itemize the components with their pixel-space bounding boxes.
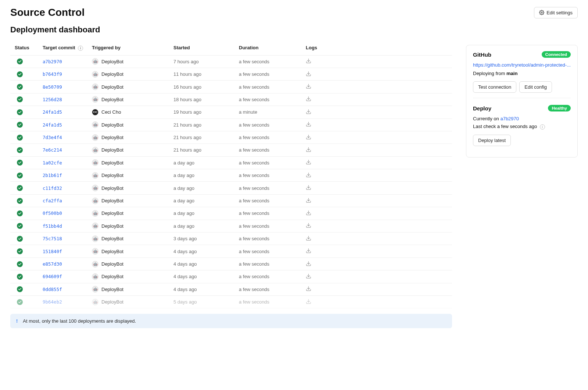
table-row: 9b64eb2🤖DeployBot5 days agoa few seconds — [10, 296, 452, 308]
download-icon[interactable] — [306, 135, 311, 141]
commit-link[interactable]: 1a02cfe — [43, 160, 62, 166]
avatar: 🤖 — [92, 147, 98, 153]
commit-link[interactable]: 151840f — [43, 249, 62, 254]
download-icon[interactable] — [306, 287, 311, 292]
table-row: 24fa1d5🤖DeployBot21 hours agoa few secon… — [10, 119, 452, 131]
status-success-icon — [17, 160, 23, 166]
commit-link[interactable]: 7e6c214 — [43, 147, 62, 153]
page-title: Source Control — [10, 7, 85, 18]
status-success-icon — [17, 122, 23, 128]
github-repo-link[interactable]: https://github.com/tryretool/admin-prote… — [473, 62, 571, 68]
avatar: 🤖 — [92, 223, 98, 229]
triggered-by-name: DeployBot — [101, 210, 123, 216]
col-header-status: Status — [10, 45, 43, 51]
download-icon[interactable] — [306, 160, 311, 166]
commit-link[interactable]: e857d30 — [43, 261, 62, 267]
download-icon[interactable] — [306, 72, 311, 78]
download-icon[interactable] — [306, 224, 311, 229]
triggered-by-name: DeployBot — [101, 59, 123, 64]
started-time: a day ago — [173, 173, 239, 178]
col-header-logs: Logs — [306, 45, 452, 51]
commit-link[interactable]: cfa2ffa — [43, 198, 62, 203]
download-icon[interactable] — [306, 300, 311, 305]
commit-link[interactable]: 2b1b61f — [43, 173, 62, 178]
commit-link[interactable]: 1256d28 — [43, 97, 62, 102]
download-icon[interactable] — [306, 249, 311, 255]
deploy-latest-button[interactable]: Deploy latest — [473, 135, 511, 146]
status-success-icon — [17, 135, 23, 141]
download-icon[interactable] — [306, 85, 311, 90]
commit-link[interactable]: b7643f9 — [43, 71, 62, 77]
duration-text: a few seconds — [239, 122, 306, 128]
col-header-commit: Target commit i — [43, 45, 92, 51]
github-card-title: GitHub — [473, 52, 491, 58]
started-time: 4 days ago — [173, 261, 239, 267]
table-row: 151840f🤖DeployBot4 days agoa few seconds — [10, 245, 452, 258]
download-icon[interactable] — [306, 173, 311, 179]
triggered-by-name: DeployBot — [101, 249, 123, 254]
download-icon[interactable] — [306, 123, 311, 128]
status-success-icon — [17, 109, 23, 115]
commit-link[interactable]: 0f500b0 — [43, 210, 62, 216]
commit-link[interactable]: 24fa1d5 — [43, 109, 62, 115]
avatar: 🤖 — [92, 299, 98, 305]
download-icon[interactable] — [306, 211, 311, 217]
commit-link[interactable]: a7b2970 — [43, 59, 62, 64]
commit-link[interactable]: 9b64eb2 — [43, 299, 62, 305]
table-row: 1a02cfe🤖DeployBota day agoa few seconds — [10, 157, 452, 169]
current-commit-link[interactable]: a7b2970 — [500, 116, 519, 121]
download-icon[interactable] — [306, 274, 311, 280]
table-row: 694609f🤖DeployBot4 days agoa few seconds — [10, 270, 452, 283]
duration-text: a few seconds — [239, 173, 306, 178]
duration-text: a few seconds — [239, 135, 306, 140]
commit-link[interactable]: 24fa1d5 — [43, 122, 62, 128]
duration-text: a few seconds — [239, 223, 306, 229]
started-time: 16 hours ago — [173, 84, 239, 90]
started-time: 4 days ago — [173, 287, 239, 292]
triggered-by-name: DeployBot — [101, 299, 123, 305]
download-icon[interactable] — [306, 110, 311, 116]
commit-link[interactable]: 8e50709 — [43, 84, 62, 90]
commit-link[interactable]: 75c7518 — [43, 236, 62, 241]
col-header-duration: Duration — [239, 45, 306, 51]
download-icon[interactable] — [306, 199, 311, 204]
started-time: 3 days ago — [173, 236, 239, 241]
status-success-icon — [17, 185, 23, 191]
avatar: 🤖 — [92, 96, 98, 103]
commit-link[interactable]: 7d3e4f4 — [43, 135, 62, 140]
commit-link[interactable]: 0dd855f — [43, 287, 62, 292]
avatar: CC — [92, 109, 98, 116]
edit-config-button[interactable]: Edit config — [519, 81, 552, 93]
avatar: 🤖 — [92, 121, 98, 128]
deploy-card-title: Deploy — [473, 105, 491, 111]
download-icon[interactable] — [306, 262, 311, 267]
edit-settings-button[interactable]: Edit settings — [534, 7, 578, 18]
download-icon[interactable] — [306, 148, 311, 153]
status-success-icon — [17, 286, 23, 292]
download-icon[interactable] — [306, 237, 311, 242]
triggered-by-name: DeployBot — [101, 135, 123, 140]
avatar: 🤖 — [92, 134, 98, 141]
commit-link[interactable]: f51bb4d — [43, 223, 62, 229]
triggered-by-name: DeployBot — [101, 173, 123, 178]
commit-link[interactable]: c11fd32 — [43, 185, 62, 191]
info-icon[interactable]: i — [78, 46, 83, 51]
duration-text: a few seconds — [239, 236, 306, 241]
duration-text: a few seconds — [239, 287, 306, 292]
table-row: 7d3e4f4🤖DeployBot21 hours agoa few secon… — [10, 131, 452, 144]
info-icon[interactable]: i — [540, 124, 545, 130]
avatar: 🤖 — [92, 210, 98, 217]
test-connection-button[interactable]: Test connection — [473, 81, 516, 93]
status-badge: Connected — [542, 51, 571, 58]
col-header-trigger: Triggered by — [92, 45, 173, 51]
commit-link[interactable]: 694609f — [43, 274, 62, 279]
gear-icon — [539, 10, 544, 15]
download-icon[interactable] — [306, 59, 311, 65]
download-icon[interactable] — [306, 186, 311, 191]
triggered-by-name: DeployBot — [101, 287, 123, 292]
duration-text: a few seconds — [239, 84, 306, 90]
duration-text: a few seconds — [239, 160, 306, 166]
avatar: 🤖 — [92, 198, 98, 204]
started-time: a day ago — [173, 223, 239, 229]
download-icon[interactable] — [306, 97, 311, 103]
